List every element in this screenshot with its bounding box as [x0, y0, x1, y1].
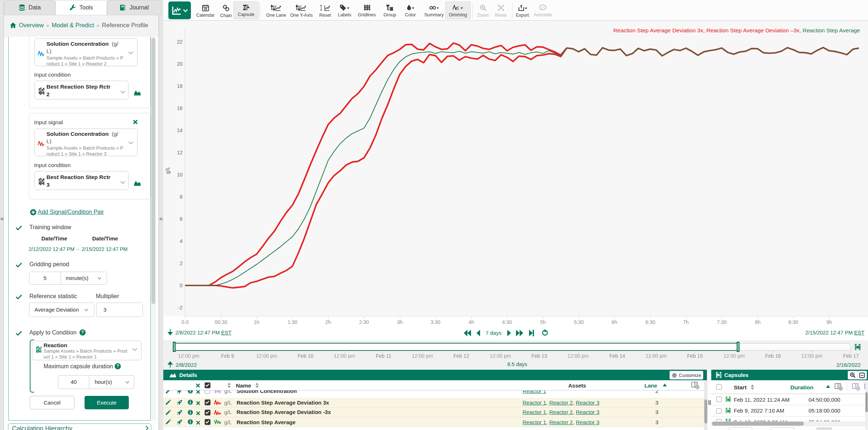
svg-text:22: 22	[177, 39, 183, 45]
svg-text:14: 14	[177, 127, 183, 133]
svg-text:7 days: 7 days	[486, 330, 501, 336]
svg-text:6: 6	[180, 216, 183, 222]
svg-text:16: 16	[177, 105, 183, 111]
svg-text:4: 4	[180, 238, 183, 244]
svg-text:-2: -2	[178, 305, 183, 311]
svg-text:18: 18	[177, 83, 183, 89]
svg-text:10: 10	[177, 172, 183, 178]
svg-text:2: 2	[180, 260, 183, 266]
svg-text:20: 20	[177, 61, 183, 67]
svg-text:g/L: g/L	[165, 167, 171, 174]
svg-text:12: 12	[177, 150, 183, 155]
svg-text:Reaction Step Average Deviatio: Reaction Step Average Deviation 3x, Reac…	[613, 27, 860, 33]
svg-text:0: 0	[180, 283, 183, 288]
svg-text:8: 8	[180, 194, 183, 200]
